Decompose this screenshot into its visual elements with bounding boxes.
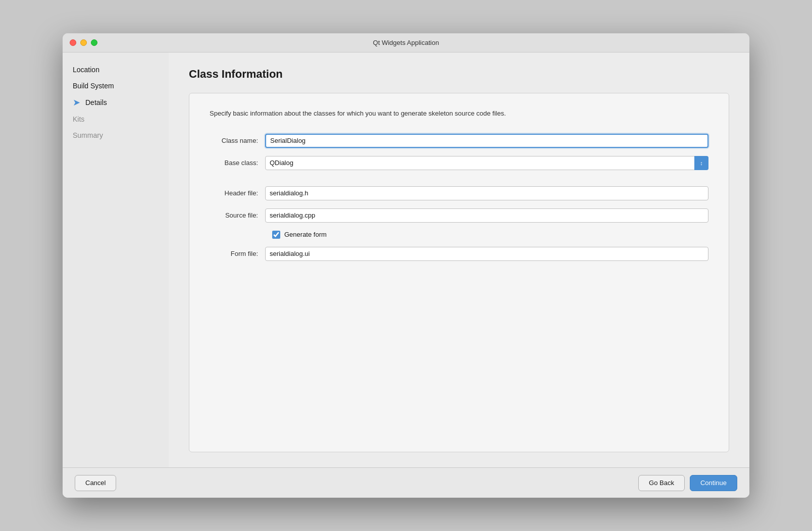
minimize-button[interactable]: [80, 39, 87, 46]
source-file-row: Source file:: [210, 208, 708, 223]
cancel-button[interactable]: Cancel: [75, 475, 116, 491]
sidebar-item-build-system[interactable]: Build System: [63, 79, 169, 93]
form-file-input[interactable]: [265, 247, 708, 261]
continue-button[interactable]: Continue: [690, 475, 737, 491]
bottom-bar: Cancel Go Back Continue: [63, 467, 749, 498]
sidebar-item-location[interactable]: Location: [63, 63, 169, 77]
page-title: Class Information: [189, 68, 729, 81]
active-arrow-icon: ➤: [73, 98, 80, 107]
main-window: Qt Widgets Application Location Build Sy…: [63, 33, 749, 498]
generate-form-label: Generate form: [284, 231, 327, 238]
sidebar-item-details-label: Details: [85, 98, 107, 107]
source-file-input[interactable]: [265, 208, 708, 223]
source-file-label: Source file:: [210, 211, 265, 219]
base-class-row: Base class: QDialog QWidget QMainWindow …: [210, 156, 708, 170]
generate-form-row: Generate form: [210, 231, 708, 239]
sidebar-item-build-system-label: Build System: [73, 82, 114, 90]
sidebar-item-location-label: Location: [73, 66, 99, 74]
nav-buttons: Go Back Continue: [638, 475, 737, 491]
generate-form-checkbox[interactable]: [272, 231, 280, 239]
class-name-label: Class name:: [210, 137, 265, 144]
sidebar: Location Build System ➤ Details Kits Sum…: [63, 52, 169, 467]
header-file-input[interactable]: [265, 186, 708, 200]
sidebar-item-details[interactable]: ➤ Details: [63, 95, 169, 110]
form-file-row: Form file:: [210, 247, 708, 261]
class-name-input[interactable]: [265, 134, 708, 148]
sidebar-item-kits[interactable]: Kits: [63, 112, 169, 126]
go-back-button[interactable]: Go Back: [638, 475, 685, 491]
sidebar-item-kits-label: Kits: [73, 115, 84, 123]
form-file-label: Form file:: [210, 250, 265, 257]
content-panel: Class Information Specify basic informat…: [169, 52, 749, 467]
class-name-row: Class name:: [210, 134, 708, 148]
description-text: Specify basic information about the clas…: [210, 109, 563, 119]
title-bar: Qt Widgets Application: [63, 33, 749, 52]
base-class-select-wrapper: QDialog QWidget QMainWindow QObject ↕: [265, 156, 708, 170]
traffic-lights: [70, 39, 97, 46]
sidebar-item-summary-label: Summary: [73, 131, 103, 139]
base-class-select[interactable]: QDialog QWidget QMainWindow QObject: [265, 156, 708, 170]
header-file-label: Header file:: [210, 189, 265, 197]
header-file-row: Header file:: [210, 186, 708, 200]
maximize-button[interactable]: [91, 39, 97, 46]
form-container: Specify basic information about the clas…: [189, 93, 729, 452]
sidebar-item-summary[interactable]: Summary: [63, 128, 169, 142]
window-title: Qt Widgets Application: [373, 39, 439, 46]
base-class-label: Base class:: [210, 159, 265, 167]
form-spacer: [210, 178, 708, 186]
close-button[interactable]: [70, 39, 76, 46]
main-content: Location Build System ➤ Details Kits Sum…: [63, 52, 749, 467]
